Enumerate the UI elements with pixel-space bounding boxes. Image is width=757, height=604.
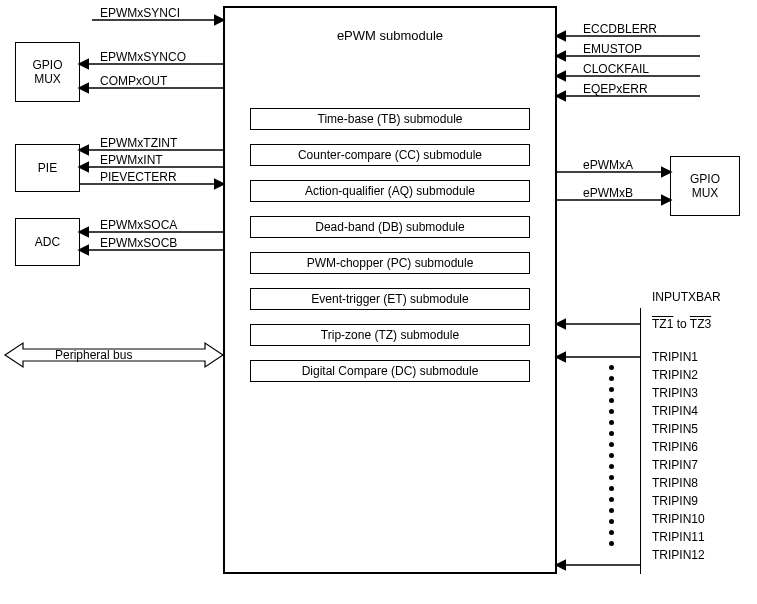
tz-range: TZ1 to TZ3 [652,317,711,331]
epwm-title: ePWM submodule [337,28,443,43]
tripin-item: TRIPIN7 [652,458,705,476]
tripin-item: TRIPIN8 [652,476,705,494]
sig-pievect: PIEVECTERR [100,170,177,184]
sig-eccdblerr: ECCDBLERR [583,22,657,36]
sig-clockfail: CLOCKFAIL [583,62,649,76]
submodule-2: Action-qualifier (AQ) submodule [250,180,530,202]
adc-box: ADC [15,218,80,266]
submodule-7: Digital Compare (DC) submodule [250,360,530,382]
sig-soca: EPWMxSOCA [100,218,177,232]
sig-sync-in: EPWMxSYNCI [100,6,180,20]
tripin-item: TRIPIN11 [652,530,705,548]
gpio-mux-right-label: GPIO MUX [690,172,720,200]
pbus-label: Peripheral bus [55,348,132,362]
pie-label: PIE [38,161,57,175]
sig-emustop: EMUSTOP [583,42,642,56]
sig-socb: EPWMxSOCB [100,236,177,250]
tripin-item: TRIPIN4 [652,404,705,422]
sig-epwmb: ePWMxB [583,186,633,200]
submodule-6: Trip-zone (TZ) submodule [250,324,530,346]
submodule-5: Event-trigger (ET) submodule [250,288,530,310]
tripin-item: TRIPIN1 [652,350,705,368]
sig-xint: EPWMxINT [100,153,163,167]
sig-tzint: EPWMxTZINT [100,136,177,150]
tripin-item: TRIPIN6 [652,440,705,458]
tripin-item: TRIPIN9 [652,494,705,512]
inputxbar-title: INPUTXBAR [652,290,721,304]
submodule-1: Counter-compare (CC) submodule [250,144,530,166]
gpio-mux-left-label: GPIO MUX [32,58,62,86]
tripin-item: TRIPIN2 [652,368,705,386]
sig-comp-out: COMPxOUT [100,74,167,88]
vertical-dots-icon [609,365,614,546]
sig-sync-out: EPWMxSYNCO [100,50,186,64]
submodule-0: Time-base (TB) submodule [250,108,530,130]
adc-label: ADC [35,235,60,249]
sig-epwma: ePWMxA [583,158,633,172]
gpio-mux-right-box: GPIO MUX [670,156,740,216]
submodule-4: PWM-chopper (PC) submodule [250,252,530,274]
gpio-mux-left-box: GPIO MUX [15,42,80,102]
tripin-item: TRIPIN12 [652,548,705,566]
tripin-item: TRIPIN3 [652,386,705,404]
tripin-item: TRIPIN5 [652,422,705,440]
submodule-3: Dead-band (DB) submodule [250,216,530,238]
tripin-list: TRIPIN1TRIPIN2TRIPIN3TRIPIN4TRIPIN5TRIPI… [652,350,705,566]
tripin-item: TRIPIN10 [652,512,705,530]
pie-box: PIE [15,144,80,192]
sig-eqepxerr: EQEPxERR [583,82,648,96]
